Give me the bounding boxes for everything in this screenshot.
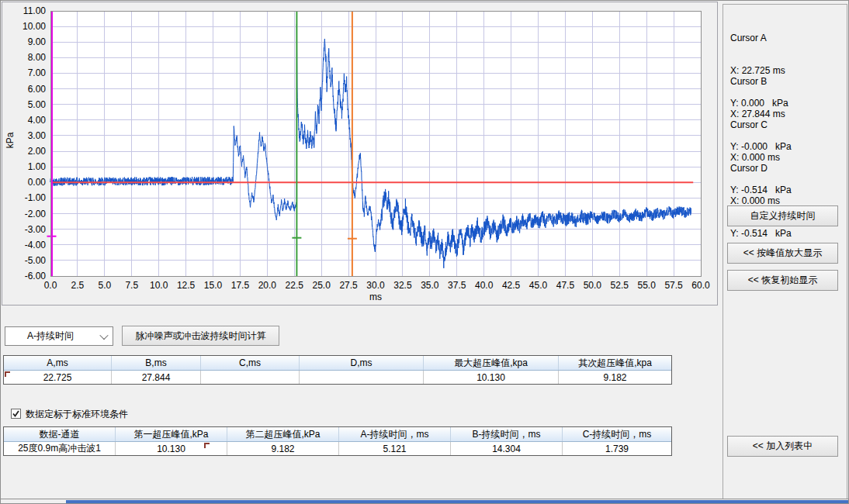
- y-axis-unit-label: kPa: [5, 132, 16, 148]
- column-header: B-持续时间，ms: [451, 427, 563, 441]
- chevron-down-icon: [99, 330, 108, 339]
- x-tick-label: 55.0: [637, 280, 656, 291]
- standard-conditions-label[interactable]: 数据定标于标准环境条件: [26, 408, 128, 421]
- x-tick-label: 35.0: [421, 280, 439, 291]
- standard-conditions-checkbox[interactable]: [11, 409, 21, 419]
- column-header: 其次超压峰值,kpa: [559, 356, 671, 370]
- y-tick-label: 6.00: [28, 84, 47, 95]
- column-header: A,ms: [4, 356, 112, 370]
- y-tick-label: -5.00: [25, 255, 47, 266]
- x-tick-label: 7.5: [125, 280, 138, 291]
- x-tick-label: 57.5: [664, 280, 683, 291]
- data-cell[interactable]: [300, 371, 424, 384]
- y-tick-label: -6.00: [25, 271, 47, 281]
- x-tick-label: 47.5: [556, 280, 575, 291]
- data-cell[interactable]: 5.121: [339, 442, 451, 455]
- y-tick-label: -2.00: [25, 209, 47, 219]
- data-cell[interactable]: 10.130: [116, 442, 227, 455]
- cursor-d-y: Y: -0.514 kPa: [730, 228, 843, 239]
- y-tick-label: -1.00: [25, 192, 47, 203]
- y-tick-label: -3.00: [25, 224, 47, 235]
- custom-duration-button[interactable]: 自定义持续时间: [727, 205, 838, 226]
- data-cell[interactable]: 27.844: [112, 371, 201, 384]
- column-header: C,ms: [201, 356, 300, 370]
- y-tick-label: -4.00: [25, 240, 47, 250]
- combo-dropdown-zone[interactable]: [95, 327, 113, 345]
- x-tick-label: 42.5: [502, 280, 521, 291]
- column-header: C-持续时间，ms: [563, 427, 671, 441]
- results-table: 数据-通道第一超压峰值,kPa第二超压峰值,kPaA-持续时间，msB-持续时间…: [3, 426, 672, 456]
- table-header-row: A,msB,msC,msD,ms最大超压峰值,kpa其次超压峰值,kpa: [4, 356, 671, 371]
- y-tick-label: 10.00: [23, 21, 46, 32]
- data-cell[interactable]: 1.739: [563, 442, 671, 455]
- background-window-titlebar[interactable]: [66, 500, 849, 504]
- data-cell[interactable]: 9.182: [227, 442, 339, 455]
- x-tick-label: 15.0: [204, 280, 223, 291]
- y-tick-label: 7.00: [28, 67, 47, 78]
- table-header-row: 数据-通道第一超压峰值,kPa第二超压峰值,kPaA-持续时间，msB-持续时间…: [4, 427, 671, 442]
- duration-type-select[interactable]: A-持续时间: [5, 326, 113, 346]
- add-to-list-button[interactable]: << 加入列表中: [727, 436, 838, 457]
- data-cell[interactable]: 9.182: [559, 371, 671, 384]
- column-header: 最大超压峰值,kpa: [424, 356, 559, 370]
- duration-type-value: A-持续时间: [5, 330, 95, 343]
- x-axis-unit-label: ms: [369, 292, 382, 302]
- data-cell[interactable]: 25度0.9m高冲击波1: [4, 442, 116, 455]
- cursor-c-label: Cursor C: [730, 119, 843, 130]
- column-header: B,ms: [112, 356, 201, 370]
- check-icon: [12, 409, 20, 418]
- column-header: 第二超压峰值,kPa: [227, 427, 339, 441]
- cell-focus-mark: [204, 443, 210, 448]
- table-row: 22.72527.84410.1309.182: [4, 371, 671, 384]
- y-tick-label: 11.00: [23, 5, 46, 16]
- y-tick-label: 9.00: [28, 36, 47, 47]
- x-tick-label: 45.0: [529, 280, 548, 291]
- x-tick-label: 12.5: [177, 280, 196, 291]
- x-tick-label: 2.5: [71, 280, 85, 291]
- reset-view-button[interactable]: << 恢复初始显示: [727, 270, 838, 291]
- pressure-time-chart: 0.02.55.07.510.012.515.017.520.022.525.0…: [2, 2, 716, 303]
- table-row: 25度0.9m高冲击波110.1309.1825.12114.3041.739: [4, 442, 671, 455]
- x-tick-label: 52.5: [611, 280, 629, 291]
- y-tick-label: 5.00: [28, 99, 47, 110]
- column-header: D,ms: [300, 356, 424, 370]
- data-cell[interactable]: 14.304: [451, 442, 563, 455]
- x-tick-label: 0.0: [44, 280, 57, 291]
- column-header: A-持续时间，ms: [339, 427, 451, 441]
- y-tick-label: 8.00: [28, 52, 47, 63]
- x-tick-label: 17.5: [231, 280, 250, 291]
- cell-focus-mark: [5, 371, 10, 377]
- x-tick-label: 32.5: [393, 280, 412, 291]
- waveform-chart-panel: 0.02.55.07.510.012.515.017.520.022.525.0…: [2, 2, 718, 306]
- cursor-b-label: Cursor B: [730, 76, 843, 87]
- x-tick-label: 37.5: [448, 280, 466, 291]
- y-tick-label: 3.00: [28, 130, 47, 141]
- y-tick-label: 4.00: [28, 115, 47, 126]
- duration-calc-button[interactable]: 脉冲噪声或冲击波持续时间计算: [122, 326, 279, 346]
- x-tick-label: 25.0: [312, 280, 331, 291]
- data-cell[interactable]: [201, 371, 300, 384]
- duration-table: A,msB,msC,msD,ms最大超压峰值,kpa其次超压峰值,kpa22.7…: [3, 355, 672, 385]
- data-cell[interactable]: 22.725: [4, 371, 112, 384]
- zoom-to-peak-button[interactable]: << 按峰值放大显示: [727, 243, 838, 264]
- x-tick-labels: 0.02.55.07.510.012.515.017.520.022.525.0…: [44, 280, 710, 291]
- cursor-a-label: Cursor A: [730, 33, 843, 43]
- y-tick-label: 0.00: [28, 177, 47, 188]
- cursor-d-readout: Cursor D X: 0.000 ms Y: -0.514 kPa: [730, 141, 843, 250]
- cursor-d-label: Cursor D: [730, 163, 843, 174]
- column-header: 第一超压峰值,kPa: [116, 427, 227, 441]
- y-tick-label: 1.00: [28, 161, 47, 172]
- x-tick-label: 50.0: [584, 280, 602, 291]
- x-tick-label: 10.0: [150, 280, 168, 291]
- x-tick-label: 30.0: [366, 280, 385, 291]
- cursor-d-x: X: 0.000 ms: [730, 195, 843, 206]
- x-tick-label: 40.0: [475, 280, 494, 291]
- x-tick-label: 60.0: [691, 280, 710, 291]
- x-tick-label: 5.0: [98, 280, 111, 291]
- x-tick-label: 27.5: [339, 280, 358, 291]
- data-cell[interactable]: 10.130: [424, 371, 559, 384]
- column-header: 数据-通道: [4, 427, 116, 441]
- x-tick-label: 20.0: [258, 280, 277, 291]
- y-tick-labels: 11.0010.009.008.007.006.005.004.003.002.…: [23, 5, 46, 281]
- x-tick-label: 22.5: [286, 280, 304, 291]
